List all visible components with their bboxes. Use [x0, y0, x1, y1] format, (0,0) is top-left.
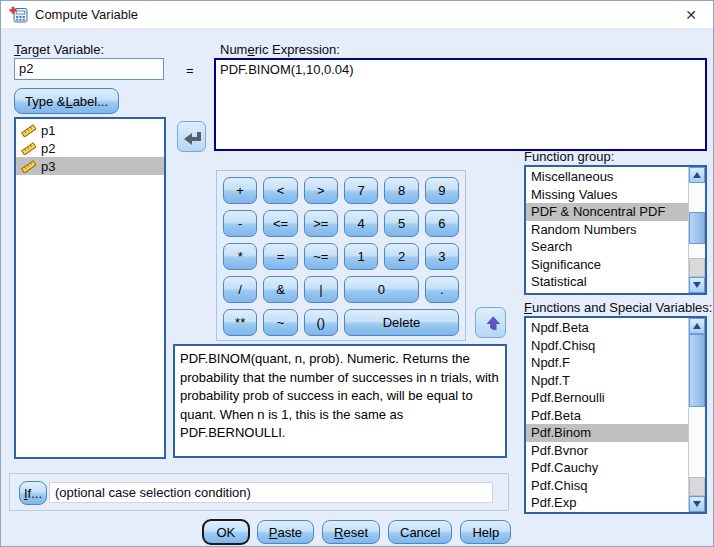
- scrollbar-thumb[interactable]: [689, 334, 705, 407]
- keypad-5-button[interactable]: 5: [384, 210, 418, 237]
- function-description: PDF.BINOM(quant, n, prob). Numeric. Retu…: [173, 344, 507, 458]
- keypad-8-button[interactable]: 8: [384, 177, 418, 204]
- keypad-delete-button[interactable]: Delete: [344, 309, 459, 336]
- compute-variable-icon: [9, 6, 28, 23]
- function-group-label: Function group:: [524, 149, 614, 164]
- function-group-list: MiscellaneousMissing ValuesPDF & Noncent…: [524, 165, 707, 295]
- functions-special-variables-label: Functions and Special Variables:: [524, 300, 712, 315]
- variable-item[interactable]: p2: [16, 139, 164, 157]
- keypad-less-than-button[interactable]: <: [263, 177, 297, 204]
- reset-button[interactable]: Reset: [322, 520, 380, 544]
- scroll-up-button[interactable]: [689, 318, 705, 334]
- if-condition-panel: If... (optional case selection condition…: [9, 473, 509, 511]
- paste-button[interactable]: Paste: [257, 520, 314, 544]
- keypad-or-button[interactable]: |: [304, 276, 338, 303]
- ok-button[interactable]: OK: [203, 520, 249, 544]
- keypad-parentheses-button[interactable]: (): [304, 309, 338, 336]
- keypad-1-button[interactable]: 1: [344, 243, 378, 270]
- numeric-expression-label: Numeric Expression:: [220, 42, 340, 57]
- scroll-up-button[interactable]: [689, 167, 705, 183]
- scale-ruler-icon: [21, 124, 36, 137]
- if-condition-hint: (optional case selection condition): [55, 485, 251, 500]
- function-group-item[interactable]: Statistical: [526, 273, 688, 291]
- function-group-item[interactable]: Significance: [526, 256, 688, 274]
- function-group-item[interactable]: PDF & Noncentral PDF: [526, 203, 688, 221]
- keypad-divide-button[interactable]: /: [223, 276, 257, 303]
- function-item[interactable]: Pdf.Exp: [526, 494, 688, 512]
- keypad-decimal-button[interactable]: .: [425, 276, 459, 303]
- title-bar: Compute Variable ✕: [1, 1, 713, 29]
- keypad-equals-button[interactable]: =: [263, 243, 297, 270]
- function-item[interactable]: Pdf.Beta: [526, 407, 688, 425]
- function-group-item[interactable]: Missing Values: [526, 186, 688, 204]
- numeric-expression-input[interactable]: PDF.BINOM(1,10,0.04): [214, 58, 707, 151]
- function-group-scrollbar[interactable]: [688, 167, 705, 293]
- left-bent-arrow-icon: [180, 125, 204, 149]
- function-item[interactable]: Npdf.Chisq: [526, 337, 688, 355]
- type-and-label-button[interactable]: Type & Label...: [14, 88, 119, 114]
- up-arrow-icon: [480, 312, 502, 334]
- variable-list: p1p2p3: [14, 117, 166, 459]
- scale-ruler-icon: [21, 142, 36, 155]
- function-item[interactable]: Pdf.Bvnor: [526, 442, 688, 460]
- keypad-multiply-button[interactable]: *: [223, 243, 257, 270]
- calculator-keypad: +<>789-<=>=456*=~=123/&|0.**~()Delete: [216, 170, 466, 341]
- target-variable-input[interactable]: p2: [14, 58, 164, 80]
- keypad-and-button[interactable]: &: [263, 276, 297, 303]
- function-item[interactable]: Npdf.Beta: [526, 319, 688, 337]
- keypad-4-button[interactable]: 4: [344, 210, 378, 237]
- keypad-power-button[interactable]: **: [223, 309, 257, 336]
- keypad-plus-button[interactable]: +: [223, 177, 257, 204]
- keypad-not-button[interactable]: ~: [263, 309, 297, 336]
- keypad-3-button[interactable]: 3: [425, 243, 459, 270]
- functions-scrollbar[interactable]: [688, 318, 705, 512]
- help-button[interactable]: Help: [460, 520, 511, 544]
- function-item[interactable]: Npdf.T: [526, 372, 688, 390]
- variable-item[interactable]: p1: [16, 121, 164, 139]
- equals-sign: =: [186, 63, 194, 78]
- keypad-greater-equal-button[interactable]: >=: [304, 210, 338, 237]
- function-item[interactable]: Pdf.Cauchy: [526, 459, 688, 477]
- keypad-0-button[interactable]: 0: [344, 276, 419, 303]
- close-button[interactable]: ✕: [669, 1, 713, 29]
- cancel-button[interactable]: Cancel: [388, 520, 452, 544]
- keypad-minus-button[interactable]: -: [223, 210, 257, 237]
- function-item[interactable]: Pdf.Binom: [526, 424, 688, 442]
- functions-list: Npdf.BetaNpdf.ChisqNpdf.FNpdf.TPdf.Berno…: [524, 316, 707, 514]
- scale-ruler-icon: [21, 160, 36, 173]
- function-item[interactable]: Npdf.F: [526, 354, 688, 372]
- scroll-down-button[interactable]: [689, 277, 705, 293]
- window-title: Compute Variable: [35, 7, 138, 22]
- scroll-down-button[interactable]: [689, 496, 705, 512]
- variable-item[interactable]: p3: [16, 157, 164, 175]
- function-group-item[interactable]: Miscellaneous: [526, 168, 688, 186]
- keypad-9-button[interactable]: 9: [425, 177, 459, 204]
- function-item[interactable]: Pdf.Chisq: [526, 477, 688, 495]
- keypad-less-equal-button[interactable]: <=: [263, 210, 297, 237]
- scrollbar-thumb[interactable]: [689, 212, 705, 244]
- compute-variable-dialog: Compute Variable ✕ Target Variable: p2 =…: [0, 0, 714, 547]
- keypad-2-button[interactable]: 2: [384, 243, 418, 270]
- dialog-action-buttons: OKPasteResetCancelHelp: [1, 520, 713, 544]
- keypad-7-button[interactable]: 7: [344, 177, 378, 204]
- function-item[interactable]: Pdf.Bernoulli: [526, 389, 688, 407]
- if-button[interactable]: If...: [19, 481, 47, 505]
- keypad-greater-than-button[interactable]: >: [304, 177, 338, 204]
- function-group-item[interactable]: Random Numbers: [526, 221, 688, 239]
- function-group-item[interactable]: Search: [526, 238, 688, 256]
- keypad-not-equal-button[interactable]: ~=: [304, 243, 338, 270]
- insert-function-button[interactable]: [475, 307, 506, 338]
- if-condition-display: (optional case selection condition): [49, 482, 493, 503]
- keypad-6-button[interactable]: 6: [425, 210, 459, 237]
- target-variable-label: Target Variable:: [14, 42, 104, 57]
- insert-variable-button[interactable]: [177, 121, 206, 152]
